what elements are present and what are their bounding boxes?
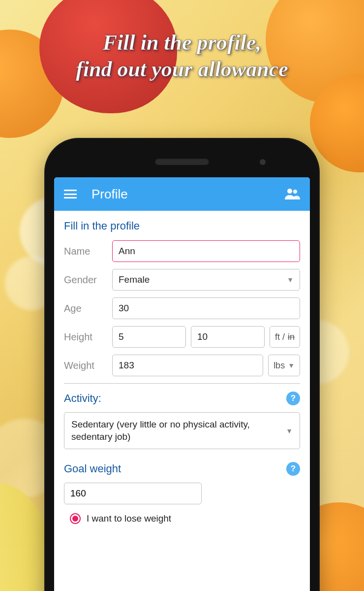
svg-point-1 (293, 190, 297, 194)
weight-label: Weight (64, 360, 107, 371)
section-title-profile: Fill in the profile (64, 220, 300, 232)
gender-row: Gender Female ▼ (64, 269, 300, 291)
gender-select[interactable]: Female ▼ (112, 269, 300, 291)
lose-weight-radio[interactable]: I want to lose weight (64, 513, 300, 524)
help-icon[interactable]: ? (286, 392, 300, 405)
gender-value: Female (119, 274, 150, 285)
height-feet-input[interactable]: 5 (112, 326, 186, 348)
height-row: Height 5 10 ft / in (64, 326, 300, 348)
phone-frame: Profile Fill in the profile Name Ann Gen… (44, 138, 320, 591)
height-unit-in: in (288, 332, 295, 342)
gender-label: Gender (64, 274, 107, 286)
height-unit-toggle[interactable]: ft / in (270, 326, 300, 348)
weight-input[interactable]: 183 (112, 355, 263, 376)
activity-value: Sedentary (very little or no physical ac… (71, 419, 280, 443)
goal-weight-value: 160 (70, 488, 86, 499)
goal-weight-input[interactable]: 160 (64, 483, 202, 504)
weight-row: Weight 183 lbs ▼ (64, 355, 300, 376)
menu-icon[interactable] (64, 190, 77, 198)
height-inches-value: 10 (197, 331, 208, 342)
activity-select[interactable]: Sedentary (very little or no physical ac… (64, 412, 300, 449)
chevron-down-icon: ▼ (286, 427, 293, 435)
goal-header: Goal weight ? (64, 462, 300, 476)
profiles-icon[interactable] (284, 188, 300, 200)
activity-header: Activity: ? (64, 392, 300, 405)
app-screen: Profile Fill in the profile Name Ann Gen… (54, 177, 310, 591)
weight-value: 183 (119, 360, 134, 371)
form-content: Fill in the profile Name Ann Gender Fema… (54, 211, 310, 591)
divider (64, 383, 300, 384)
chevron-down-icon: ▼ (288, 361, 295, 369)
app-bar: Profile (54, 177, 310, 211)
age-row: Age 30 (64, 297, 300, 319)
name-row: Name Ann (64, 240, 300, 262)
chevron-down-icon: ▼ (287, 276, 294, 284)
age-label: Age (64, 303, 107, 314)
radio-icon (70, 513, 81, 524)
height-label: Height (64, 331, 107, 343)
name-label: Name (64, 246, 107, 257)
promo-line-2: find out your allowance (76, 57, 288, 81)
height-inches-input[interactable]: 10 (191, 326, 265, 348)
phone-speaker (155, 158, 209, 165)
weight-unit-select[interactable]: lbs ▼ (268, 355, 300, 376)
height-unit-ft: ft / (275, 332, 285, 342)
promo-headline: Fill in the profile, find out your allow… (0, 30, 364, 82)
age-input[interactable]: 30 (112, 297, 300, 319)
promo-line-1: Fill in the profile, (103, 31, 262, 55)
page-title: Profile (91, 187, 284, 202)
name-value: Ann (119, 246, 135, 257)
section-title-goal: Goal weight (64, 462, 121, 475)
height-feet-value: 5 (119, 331, 124, 342)
section-title-activity: Activity: (64, 392, 101, 405)
phone-camera (260, 159, 266, 165)
weight-unit-value: lbs (273, 361, 285, 371)
age-value: 30 (119, 303, 129, 314)
help-icon[interactable]: ? (286, 462, 300, 476)
svg-point-0 (287, 189, 292, 194)
name-input[interactable]: Ann (112, 240, 300, 262)
lose-weight-label: I want to lose weight (87, 513, 171, 524)
